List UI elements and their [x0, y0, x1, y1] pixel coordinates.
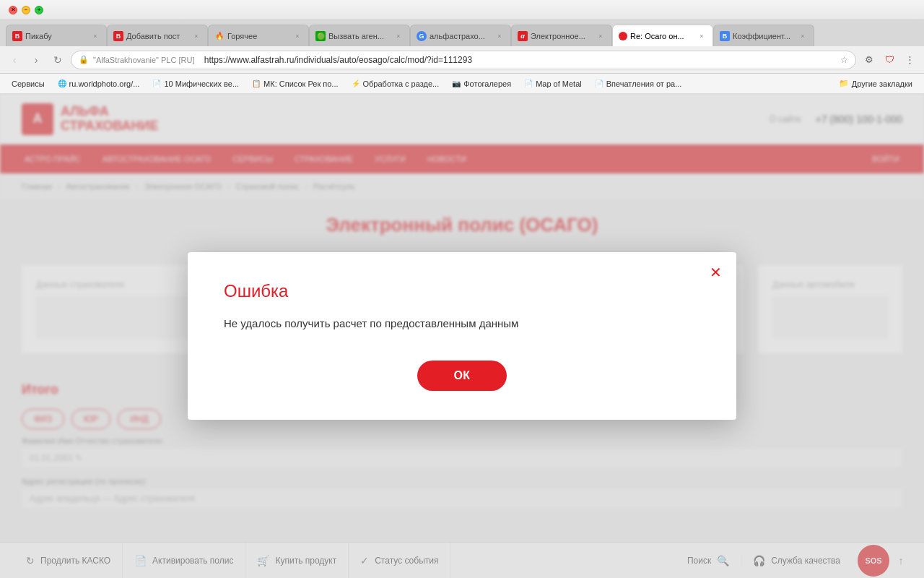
bookmark-worldphoto[interactable]: 🌐 ru.worldphoto.org/... — [52, 76, 146, 92]
menu-icon[interactable]: ⋮ — [901, 51, 918, 69]
address-field[interactable]: 🔒 "AlfaStrakhovanie" PLC [RU] https://ww… — [71, 51, 856, 69]
tab-close-pikabo[interactable]: × — [90, 31, 100, 41]
tab-close-alfa[interactable]: × — [494, 31, 505, 41]
tab-title-agent: Вызвать аген... — [328, 32, 391, 40]
bookmark-mk[interactable]: 📋 МК: Список Рек по... — [246, 76, 344, 92]
bookmark-favicon-obrabotka: ⚡ — [352, 79, 360, 87]
modal-overlay: ✕ Ошибка Не удалось получить расчет по п… — [0, 94, 924, 578]
modal-close-button[interactable]: ✕ — [710, 265, 722, 280]
bookmark-obrabotka-label: Обработка с разде... — [363, 79, 440, 88]
bookmark-vpechatleniya-label: Впечатления от ра... — [606, 79, 682, 88]
bookmark-worldphoto-label: ru.worldphoto.org/... — [69, 79, 140, 88]
page-wrapper: А АЛЬФА СТРАХОВАНИЕ О сайте +7 (800) 100… — [0, 94, 924, 578]
lock-icon: 🔒 — [79, 55, 89, 64]
url-value: https://www.alfastrah.ru/individuals/aut… — [204, 55, 472, 65]
bookmark-favicon-worldphoto: 🌐 — [58, 79, 66, 87]
tab-hot[interactable]: 🔥 Горячее × — [208, 25, 309, 46]
bookmark-favicon-vpechatleniya: 📄 — [595, 79, 603, 87]
tab-favicon-koeff: B — [720, 31, 730, 41]
forward-button[interactable]: › — [27, 51, 45, 69]
tab-favicon-pikabo: В — [12, 31, 22, 41]
modal-ok-button[interactable]: ОК — [417, 361, 506, 391]
bookmark-mapofmetal-label: Map of Metal — [536, 79, 582, 88]
toolbar-icons: ⚙ 🛡 ⋮ — [860, 51, 918, 69]
tab-close-re-osago[interactable]: × — [697, 31, 707, 41]
tab-favicon-re-osago — [619, 32, 627, 40]
tab-favicon-agent: 🟢 — [315, 31, 326, 41]
tab-pikabo[interactable]: В Пикабу × — [6, 25, 107, 46]
bookmark-mapofmetal[interactable]: 📄 Map of Metal — [518, 76, 588, 92]
tab-title-hot: Горячее — [227, 32, 289, 40]
tab-title-electronic: Электронное... — [531, 32, 593, 40]
extensions-icon[interactable]: ⚙ — [860, 51, 878, 69]
refresh-button[interactable]: ↻ — [49, 51, 66, 69]
tab-addpost[interactable]: В Добавить пост × — [107, 25, 208, 46]
modal-dialog: ✕ Ошибка Не удалось получить расчет по п… — [188, 252, 736, 420]
traffic-lights: ✕ − + — [9, 6, 43, 14]
bookmark-obrabotka[interactable]: ⚡ Обработка с разде... — [346, 76, 445, 92]
bookmark-folder-icon: 📁 — [839, 79, 849, 88]
bookmark-mk-label: МК: Список Рек по... — [263, 79, 338, 88]
tab-electronic[interactable]: α Электронное... × — [511, 25, 612, 46]
tab-close-agent[interactable]: × — [393, 31, 404, 41]
tab-favicon-electronic: α — [518, 31, 528, 41]
bookmarks-bar: Сервисы 🌐 ru.worldphoto.org/... 📄 10 Миф… — [0, 74, 924, 94]
tab-favicon-hot: 🔥 — [214, 31, 225, 41]
shield-icon[interactable]: 🛡 — [881, 51, 898, 69]
tab-title-re-osago: Re: Осаго он... — [630, 32, 694, 40]
tab-close-addpost[interactable]: × — [191, 31, 201, 41]
tab-title-koeff: Коэффициент... — [733, 32, 795, 40]
tab-title-alfa: альфастрахо... — [430, 32, 492, 40]
tab-favicon-addpost: В — [113, 31, 123, 41]
url-text: "AlfaStrakhovanie" PLC [RU] https://www.… — [93, 55, 836, 65]
maximize-button[interactable]: + — [35, 6, 43, 14]
bookmark-fotogalereya-label: Фотогалерея — [463, 79, 511, 88]
back-button[interactable]: ‹ — [6, 51, 23, 69]
tab-title-addpost: Добавить пост — [126, 32, 188, 40]
bookmark-10myths[interactable]: 📄 10 Мифических ве... — [147, 76, 245, 92]
site-label: "AlfaStrakhovanie" PLC [RU] — [93, 56, 194, 64]
tab-bar: В Пикабу × В Добавить пост × 🔥 Горячее ×… — [0, 20, 924, 46]
bookmark-favicon-mapofmetal: 📄 — [524, 79, 533, 87]
bookmark-vpechatleniya[interactable]: 📄 Впечатления от ра... — [589, 76, 688, 92]
bookmark-fotogalereya[interactable]: 📷 Фотогалерея — [446, 76, 517, 92]
tab-koeff[interactable]: B Коэффициент... × — [713, 25, 814, 46]
tab-close-koeff[interactable]: × — [798, 31, 808, 41]
tab-favicon-alfa: G — [417, 31, 427, 41]
bookmark-10myths-label: 10 Мифических ве... — [164, 79, 239, 88]
address-bar: ‹ › ↻ 🔒 "AlfaStrakhovanie" PLC [RU] http… — [0, 46, 924, 74]
tab-re-osago[interactable]: Re: Осаго он... × — [612, 25, 713, 46]
tab-title-pikabo: Пикабу — [25, 32, 87, 40]
tab-close-electronic[interactable]: × — [596, 31, 606, 41]
bookmark-favicon-mk: 📋 — [252, 79, 261, 87]
close-button[interactable]: ✕ — [9, 6, 17, 14]
bookmark-favicon-10myths: 📄 — [152, 79, 161, 87]
minimize-button[interactable]: − — [22, 6, 30, 14]
modal-title: Ошибка — [224, 281, 700, 301]
bookmark-star-icon[interactable]: ☆ — [840, 55, 848, 65]
bookmark-favicon-fotogalereya: 📷 — [452, 79, 461, 87]
bookmark-services[interactable]: Сервисы — [6, 76, 51, 92]
title-bar: ✕ − + — [0, 0, 924, 20]
tab-alfa[interactable]: G альфастрахо... × — [410, 25, 511, 46]
bookmark-services-label: Сервисы — [12, 79, 45, 88]
bookmark-folder-other[interactable]: 📁 Другие закладки — [833, 76, 918, 92]
modal-message: Не удалось получить расчет по предоставл… — [224, 316, 700, 332]
bookmark-folder-label: Другие закладки — [852, 79, 912, 88]
tab-close-hot[interactable]: × — [292, 31, 302, 41]
tab-agent[interactable]: 🟢 Вызвать аген... × — [309, 25, 410, 46]
